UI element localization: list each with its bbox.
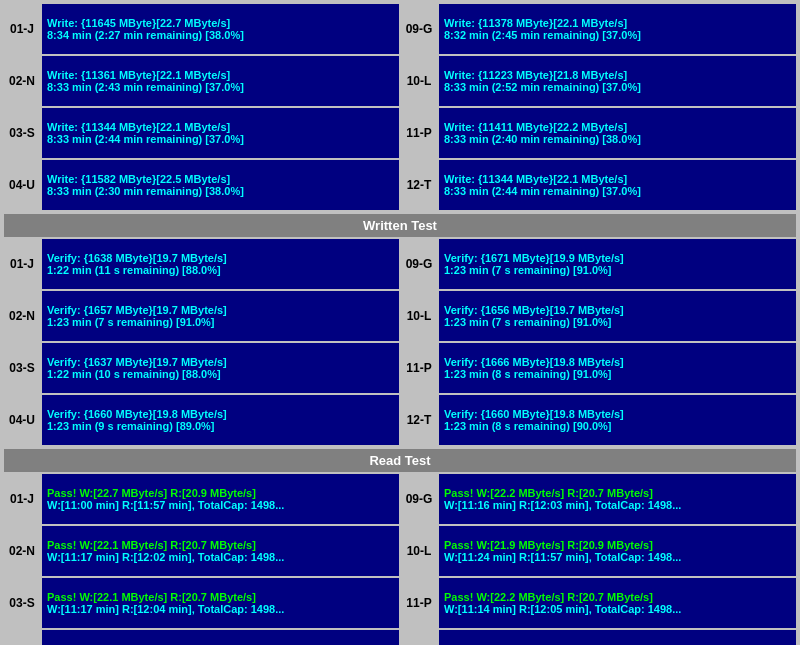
- verify-grid: 01-JVerify: {1638 MByte}[19.7 MByte/s]1:…: [4, 239, 796, 445]
- device-cell-right-0: Pass! W:[22.2 MByte/s] R:[20.7 MByte/s]W…: [439, 474, 796, 524]
- device-id-right-3: 12-T: [401, 395, 437, 445]
- line2: 8:33 min (2:44 min remaining) [37.0%]: [47, 133, 394, 145]
- device-row-1-left: 02-NPass! W:[22.1 MByte/s] R:[20.7 MByte…: [4, 526, 399, 576]
- line2: 1:23 min (7 s remaining) [91.0%]: [444, 264, 791, 276]
- device-cell-right-1: Verify: {1656 MByte}[19.7 MByte/s]1:23 m…: [439, 291, 796, 341]
- device-row-2-right: 11-PVerify: {1666 MByte}[19.8 MByte/s]1:…: [401, 343, 796, 393]
- device-row-0-right: 09-GVerify: {1671 MByte}[19.9 MByte/s]1:…: [401, 239, 796, 289]
- device-row-0-right: 09-GWrite: {11378 MByte}[22.1 MByte/s]8:…: [401, 4, 796, 54]
- device-id-right-1: 10-L: [401, 56, 437, 106]
- line2: 1:23 min (8 s remaining) [91.0%]: [444, 368, 791, 380]
- device-cell-right-0: Write: {11378 MByte}[22.1 MByte/s]8:32 m…: [439, 4, 796, 54]
- device-row-0-left: 01-JWrite: {11645 MByte}[22.7 MByte/s]8:…: [4, 4, 399, 54]
- line2: W:[11:24 min] R:[11:57 min], TotalCap: 1…: [444, 551, 791, 563]
- line2: 1:22 min (11 s remaining) [88.0%]: [47, 264, 394, 276]
- device-id-left-3: 04-U: [4, 630, 40, 645]
- device-cell-left-3: Verify: {1660 MByte}[19.8 MByte/s]1:23 m…: [42, 395, 399, 445]
- device-id-left-2: 03-S: [4, 343, 40, 393]
- device-id-left-3: 04-U: [4, 160, 40, 210]
- line2: 8:33 min (2:52 min remaining) [37.0%]: [444, 81, 791, 93]
- device-cell-left-0: Verify: {1638 MByte}[19.7 MByte/s]1:22 m…: [42, 239, 399, 289]
- device-id-right-2: 11-P: [401, 578, 437, 628]
- device-cell-right-3: Pass! W:[22.1 MByte/s] R:[20.7 MByte/s]W…: [439, 630, 796, 645]
- device-row-1-right: 10-LVerify: {1656 MByte}[19.7 MByte/s]1:…: [401, 291, 796, 341]
- line2: 8:33 min (2:43 min remaining) [37.0%]: [47, 81, 394, 93]
- device-row-1-left: 02-NWrite: {11361 MByte}[22.1 MByte/s]8:…: [4, 56, 399, 106]
- line1: Verify: {1660 MByte}[19.8 MByte/s]: [444, 408, 791, 420]
- line1: Write: {11411 MByte}[22.2 MByte/s]: [444, 121, 791, 133]
- device-cell-left-2: Write: {11344 MByte}[22.1 MByte/s]8:33 m…: [42, 108, 399, 158]
- device-id-left-1: 02-N: [4, 56, 40, 106]
- line1: Pass! W:[22.2 MByte/s] R:[20.7 MByte/s]: [444, 591, 791, 603]
- device-cell-right-2: Pass! W:[22.2 MByte/s] R:[20.7 MByte/s]W…: [439, 578, 796, 628]
- device-row-0-left: 01-JPass! W:[22.7 MByte/s] R:[20.9 MByte…: [4, 474, 399, 524]
- device-cell-left-3: Pass! W:[22.6 MByte/s] R:[20.8 MByte/s]W…: [42, 630, 399, 645]
- line2: 8:33 min (2:44 min remaining) [37.0%]: [444, 185, 791, 197]
- device-id-right-1: 10-L: [401, 526, 437, 576]
- device-cell-left-0: Pass! W:[22.7 MByte/s] R:[20.9 MByte/s]W…: [42, 474, 399, 524]
- device-cell-right-3: Verify: {1660 MByte}[19.8 MByte/s]1:23 m…: [439, 395, 796, 445]
- device-id-right-0: 09-G: [401, 239, 437, 289]
- device-row-2-left: 03-SWrite: {11344 MByte}[22.1 MByte/s]8:…: [4, 108, 399, 158]
- line2: W:[11:14 min] R:[12:05 min], TotalCap: 1…: [444, 603, 791, 615]
- device-row-1-right: 10-LWrite: {11223 MByte}[21.8 MByte/s]8:…: [401, 56, 796, 106]
- line1: Verify: {1666 MByte}[19.8 MByte/s]: [444, 356, 791, 368]
- device-cell-left-1: Verify: {1657 MByte}[19.7 MByte/s]1:23 m…: [42, 291, 399, 341]
- read-section: 01-JPass! W:[22.7 MByte/s] R:[20.9 MByte…: [4, 474, 796, 645]
- device-row-1-left: 02-NVerify: {1657 MByte}[19.7 MByte/s]1:…: [4, 291, 399, 341]
- device-id-left-0: 01-J: [4, 239, 40, 289]
- device-row-3-right: 12-TWrite: {11344 MByte}[22.1 MByte/s]8:…: [401, 160, 796, 210]
- device-cell-left-1: Pass! W:[22.1 MByte/s] R:[20.7 MByte/s]W…: [42, 526, 399, 576]
- read-test-header: Read Test: [4, 449, 796, 472]
- device-row-3-left: 04-UVerify: {1660 MByte}[19.8 MByte/s]1:…: [4, 395, 399, 445]
- line1: Verify: {1657 MByte}[19.7 MByte/s]: [47, 304, 394, 316]
- device-cell-left-2: Pass! W:[22.1 MByte/s] R:[20.7 MByte/s]W…: [42, 578, 399, 628]
- device-id-left-2: 03-S: [4, 108, 40, 158]
- device-id-left-1: 02-N: [4, 291, 40, 341]
- line1: Write: {11344 MByte}[22.1 MByte/s]: [444, 173, 791, 185]
- device-id-left-3: 04-U: [4, 395, 40, 445]
- device-cell-left-2: Verify: {1637 MByte}[19.7 MByte/s]1:22 m…: [42, 343, 399, 393]
- write-grid: 01-JWrite: {11645 MByte}[22.7 MByte/s]8:…: [4, 4, 796, 210]
- main-container: 01-JWrite: {11645 MByte}[22.7 MByte/s]8:…: [0, 0, 800, 645]
- device-id-right-0: 09-G: [401, 474, 437, 524]
- line1: Write: {11378 MByte}[22.1 MByte/s]: [444, 17, 791, 29]
- line1: Pass! W:[22.2 MByte/s] R:[20.7 MByte/s]: [444, 487, 791, 499]
- line2: 8:34 min (2:27 min remaining) [38.0%]: [47, 29, 394, 41]
- device-id-left-1: 02-N: [4, 526, 40, 576]
- line2: W:[11:00 min] R:[11:57 min], TotalCap: 1…: [47, 499, 394, 511]
- device-cell-left-1: Write: {11361 MByte}[22.1 MByte/s]8:33 m…: [42, 56, 399, 106]
- line2: 1:23 min (8 s remaining) [90.0%]: [444, 420, 791, 432]
- device-cell-right-1: Pass! W:[21.9 MByte/s] R:[20.9 MByte/s]W…: [439, 526, 796, 576]
- line2: 1:23 min (7 s remaining) [91.0%]: [47, 316, 394, 328]
- device-cell-left-3: Write: {11582 MByte}[22.5 MByte/s]8:33 m…: [42, 160, 399, 210]
- device-cell-right-2: Verify: {1666 MByte}[19.8 MByte/s]1:23 m…: [439, 343, 796, 393]
- device-cell-right-0: Verify: {1671 MByte}[19.9 MByte/s]1:23 m…: [439, 239, 796, 289]
- line2: W:[11:17 min] R:[12:02 min], TotalCap: 1…: [47, 551, 394, 563]
- line2: 1:23 min (7 s remaining) [91.0%]: [444, 316, 791, 328]
- device-row-1-right: 10-LPass! W:[21.9 MByte/s] R:[20.9 MByte…: [401, 526, 796, 576]
- device-id-right-3: 12-T: [401, 160, 437, 210]
- line1: Write: {11645 MByte}[22.7 MByte/s]: [47, 17, 394, 29]
- line1: Write: {11582 MByte}[22.5 MByte/s]: [47, 173, 394, 185]
- verify-section: 01-JVerify: {1638 MByte}[19.7 MByte/s]1:…: [4, 239, 796, 445]
- line2: 8:33 min (2:40 min remaining) [38.0%]: [444, 133, 791, 145]
- device-cell-right-2: Write: {11411 MByte}[22.2 MByte/s]8:33 m…: [439, 108, 796, 158]
- device-row-2-right: 11-PWrite: {11411 MByte}[22.2 MByte/s]8:…: [401, 108, 796, 158]
- line1: Pass! W:[22.7 MByte/s] R:[20.9 MByte/s]: [47, 487, 394, 499]
- written-test-header: Written Test: [4, 214, 796, 237]
- device-row-0-right: 09-GPass! W:[22.2 MByte/s] R:[20.7 MByte…: [401, 474, 796, 524]
- device-id-left-0: 01-J: [4, 4, 40, 54]
- line2: 8:33 min (2:30 min remaining) [38.0%]: [47, 185, 394, 197]
- line1: Verify: {1637 MByte}[19.7 MByte/s]: [47, 356, 394, 368]
- device-row-2-left: 03-SPass! W:[22.1 MByte/s] R:[20.7 MByte…: [4, 578, 399, 628]
- device-row-2-left: 03-SVerify: {1637 MByte}[19.7 MByte/s]1:…: [4, 343, 399, 393]
- device-id-right-1: 10-L: [401, 291, 437, 341]
- read-grid: 01-JPass! W:[22.7 MByte/s] R:[20.9 MByte…: [4, 474, 796, 645]
- device-row-2-right: 11-PPass! W:[22.2 MByte/s] R:[20.7 MByte…: [401, 578, 796, 628]
- write-section: 01-JWrite: {11645 MByte}[22.7 MByte/s]8:…: [4, 4, 796, 210]
- line2: 1:22 min (10 s remaining) [88.0%]: [47, 368, 394, 380]
- device-cell-left-0: Write: {11645 MByte}[22.7 MByte/s]8:34 m…: [42, 4, 399, 54]
- line2: 8:32 min (2:45 min remaining) [37.0%]: [444, 29, 791, 41]
- device-row-0-left: 01-JVerify: {1638 MByte}[19.7 MByte/s]1:…: [4, 239, 399, 289]
